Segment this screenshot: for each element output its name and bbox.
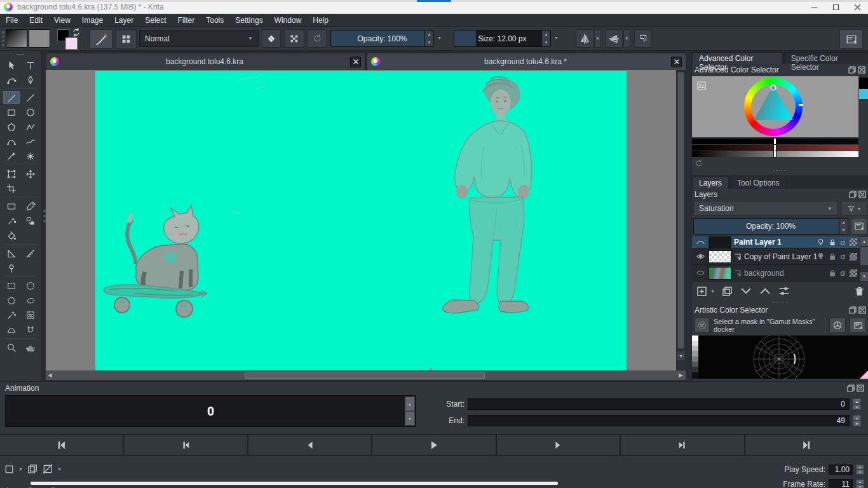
tool-freehand-brush[interactable]: [3, 91, 20, 104]
value-slider[interactable]: [692, 151, 858, 157]
saturation-triangle[interactable]: [751, 85, 796, 129]
horizontal-scrollbar-thumb[interactable]: [245, 372, 485, 379]
move-layer-up-icon[interactable]: [759, 285, 771, 297]
tool-ellipse-selection[interactable]: [22, 279, 39, 292]
layer-scrollbar-thumb[interactable]: [860, 247, 868, 265]
tool-rect-selection[interactable]: [3, 279, 20, 292]
gamut-mask-toggle-button[interactable]: [695, 318, 710, 333]
layer-row-copy-of-paint-layer-1[interactable]: Copy of Paint Layer 1 α: [692, 248, 868, 265]
tool-color-sampler[interactable]: [22, 200, 39, 213]
tab-specific-color-selector[interactable]: Specific Color Selector: [784, 52, 868, 64]
tool-crop[interactable]: [3, 182, 20, 195]
docker-resize-handle[interactable]: ······: [762, 169, 800, 172]
tool-similar-selection[interactable]: [22, 308, 39, 322]
gradient-chooser-button[interactable]: [6, 29, 27, 48]
float-docker-icon[interactable]: [849, 191, 857, 198]
layer-name[interactable]: Copy of Paint Layer 1: [744, 252, 817, 261]
next-frame-button[interactable]: [497, 435, 620, 455]
layer-opacity-spinner[interactable]: ▲▼: [839, 219, 848, 234]
minimize-button[interactable]: [803, 0, 825, 14]
menu-item-help[interactable]: Help: [307, 15, 334, 26]
document-tab-1[interactable]: background tolu4.6.kra: [46, 53, 365, 70]
choose-brush-preset-button[interactable]: [115, 29, 137, 49]
inherit-alpha-icon[interactable]: [850, 238, 857, 246]
reload-preset-button[interactable]: [308, 29, 327, 48]
menu-item-filter[interactable]: Filter: [172, 15, 201, 26]
selector-settings-icon[interactable]: [697, 81, 706, 90]
size-spinner[interactable]: ▲▼: [541, 30, 550, 46]
hue-slider[interactable]: [692, 139, 858, 144]
layer-properties-icon[interactable]: [778, 285, 790, 297]
menu-item-image[interactable]: Image: [76, 15, 109, 26]
lightbulb-icon[interactable]: [817, 252, 824, 261]
tool-ellipse[interactable]: [22, 105, 39, 119]
menu-item-window[interactable]: Window: [269, 15, 308, 26]
onion-skin-arrow[interactable]: ▼: [57, 467, 62, 471]
eraser-mode-button[interactable]: [262, 29, 281, 48]
tool-fill[interactable]: [3, 229, 20, 242]
tool-measure[interactable]: [22, 247, 39, 260]
tool-transform[interactable]: [3, 167, 20, 180]
toolbar-drag-handle[interactable]: [2, 31, 4, 46]
onion-skin-icon[interactable]: [42, 463, 53, 475]
wrap-around-mode-button[interactable]: [634, 29, 652, 48]
opacity-options-arrow-icon[interactable]: ▼: [437, 36, 442, 40]
visibility-eye-icon[interactable]: [692, 249, 709, 264]
tool-colorize-mask[interactable]: [3, 214, 20, 227]
tool-calligraphy[interactable]: [22, 73, 39, 86]
swap-colors-icon[interactable]: [72, 28, 81, 37]
layer-filter-button[interactable]: ▼: [841, 201, 867, 216]
color-history-icon[interactable]: [695, 159, 703, 168]
menu-item-file[interactable]: File: [0, 15, 24, 26]
add-layer-options-arrow[interactable]: ▼: [710, 289, 715, 294]
float-docker-icon[interactable]: [848, 66, 856, 74]
current-frame-spinner[interactable]: ▲▼: [405, 396, 415, 426]
artistic-color-wheel-area[interactable]: [692, 336, 868, 379]
value-strip[interactable]: [692, 336, 698, 379]
start-spinner[interactable]: ▲▼: [853, 398, 861, 410]
edit-brush-settings-button[interactable]: [90, 29, 112, 49]
blending-mode-dropdown[interactable]: Normal ▼: [139, 30, 259, 47]
frame-settings-arrow[interactable]: ▼: [18, 467, 23, 471]
size-options-arrow-icon[interactable]: ▼: [554, 36, 559, 40]
inherit-alpha-icon[interactable]: [850, 253, 857, 261]
start-field[interactable]: 0: [468, 398, 850, 410]
dock-splitter[interactable]: [686, 51, 691, 384]
canvas-viewport[interactable]: [46, 70, 676, 370]
layer-list-scrollbar[interactable]: ▲ ▼: [860, 236, 868, 281]
tool-smart-patch[interactable]: [22, 214, 39, 227]
current-frame-spinbox[interactable]: 0 ▲▼: [5, 395, 416, 427]
resize-corner[interactable]: [860, 370, 868, 379]
saturation-slider[interactable]: [692, 145, 858, 151]
visibility-eye-icon[interactable]: [692, 236, 709, 250]
gamut-wheel-button[interactable]: [829, 318, 846, 333]
lightbulb-icon[interactable]: [817, 238, 824, 247]
tab-tool-options[interactable]: Tool Options: [730, 177, 787, 189]
opacity-spinner[interactable]: ▲▼: [424, 30, 433, 46]
tool-pan[interactable]: [22, 341, 39, 354]
artistic-wheel[interactable]: [750, 336, 808, 379]
close-docker-icon[interactable]: [858, 306, 866, 314]
end-field[interactable]: 49: [468, 415, 850, 426]
alpha-lock-icon[interactable]: α: [841, 252, 845, 261]
workspace-chooser-button[interactable]: [839, 29, 863, 49]
layer-opacity-slider[interactable]: Opacity: 100% ▲▼: [693, 218, 848, 234]
tool-contiguous-selection[interactable]: [3, 308, 20, 322]
tab-layers[interactable]: Layers: [692, 177, 729, 189]
layer-name[interactable]: Paint Layer 1: [734, 238, 817, 247]
tool-line[interactable]: [22, 91, 39, 104]
layer-thumbnail[interactable]: [709, 236, 731, 248]
maximize-button[interactable]: [825, 0, 846, 14]
pattern-chooser-button[interactable]: [29, 29, 50, 48]
document-tab-2[interactable]: background tolu4.6.kra *: [367, 53, 686, 70]
alpha-lock-icon[interactable]: α: [841, 268, 845, 278]
inherit-alpha-icon[interactable]: [850, 269, 857, 277]
scroll-up-icon[interactable]: ▲: [860, 237, 868, 246]
close-docker-icon[interactable]: [857, 384, 864, 392]
menu-item-layer[interactable]: Layer: [109, 15, 139, 26]
lock-icon[interactable]: [829, 252, 836, 261]
tool-polygon-selection[interactable]: [3, 294, 20, 307]
preserve-alpha-button[interactable]: [284, 29, 304, 48]
tool-bezier-curve[interactable]: [3, 135, 20, 148]
layer-list-options-button[interactable]: [851, 218, 867, 234]
